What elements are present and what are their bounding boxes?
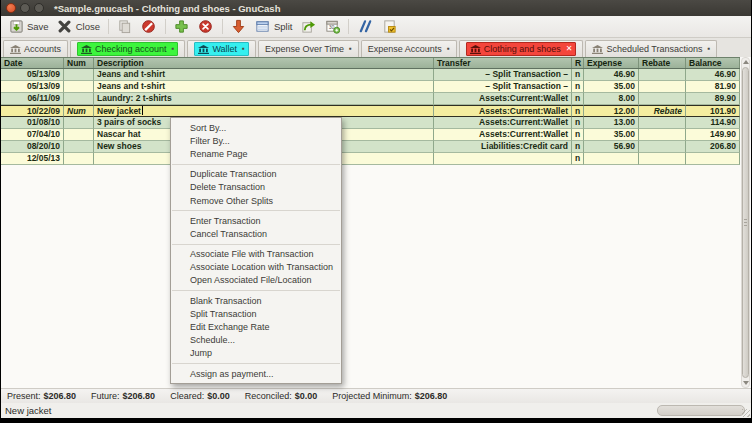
save-button[interactable]: Save bbox=[4, 18, 53, 36]
cell-date[interactable]: 06/11/09 bbox=[1, 93, 64, 105]
table-row[interactable]: 07/04/10 Nascar hat Assets:Current:Walle… bbox=[1, 129, 751, 141]
cell-date[interactable]: 01/08/10 bbox=[1, 117, 64, 129]
cell-date[interactable]: 05/13/09 bbox=[1, 81, 64, 93]
tab-scheduled-transactions[interactable]: Scheduled Transactions ▪ bbox=[585, 40, 717, 57]
cell-description[interactable]: Laundry: 2 t-shirts bbox=[94, 93, 434, 105]
cell-expense[interactable]: 12.00 bbox=[584, 105, 639, 117]
tab-wallet[interactable]: Wallet ▪ bbox=[187, 40, 256, 57]
table-row[interactable]: 08/20/10 New shoes Liabilities:Credit ca… bbox=[1, 141, 751, 153]
cell-rebate[interactable]: Rebate bbox=[639, 105, 686, 117]
tab-close-icon[interactable]: ▪ bbox=[349, 45, 352, 53]
cell-num[interactable] bbox=[64, 93, 94, 105]
cell-num[interactable] bbox=[64, 141, 94, 153]
cell-expense[interactable]: 35.00 bbox=[584, 129, 639, 141]
close-button[interactable]: Close bbox=[53, 18, 104, 36]
reconcile-button[interactable] bbox=[377, 18, 401, 36]
cell-rebate[interactable] bbox=[639, 141, 686, 153]
menu-item-cancel-transaction[interactable]: Cancel Transaction bbox=[171, 227, 341, 240]
column-header-transfer[interactable]: Transfer bbox=[434, 58, 572, 68]
tab-expense-accounts[interactable]: Expense Accounts ▪ bbox=[361, 40, 457, 57]
tab-checking-account[interactable]: Checking account ▪ bbox=[70, 40, 185, 57]
jump-button[interactable] bbox=[296, 18, 320, 36]
cell-reconciled[interactable]: n bbox=[572, 153, 584, 165]
cell-reconciled[interactable]: n bbox=[572, 129, 584, 141]
column-header-num[interactable]: Num bbox=[64, 58, 94, 68]
cell-rebate[interactable] bbox=[639, 69, 686, 81]
cell-rebate[interactable] bbox=[639, 93, 686, 105]
cell-transfer[interactable]: – Split Transaction – bbox=[434, 81, 572, 93]
cell-expense[interactable]: 46.90 bbox=[584, 69, 639, 81]
cell-expense[interactable]: 8.00 bbox=[584, 93, 639, 105]
cell-expense[interactable]: 13.00 bbox=[584, 117, 639, 129]
delete-transaction-button[interactable] bbox=[194, 18, 218, 36]
cell-reconciled[interactable]: n bbox=[572, 81, 584, 93]
cell-date[interactable]: 08/20/10 bbox=[1, 141, 64, 153]
cell-num[interactable] bbox=[64, 117, 94, 129]
cell-balance[interactable]: 89.90 bbox=[686, 93, 740, 105]
cell-rebate[interactable] bbox=[639, 153, 686, 165]
menu-item-sort-by[interactable]: Sort By... bbox=[171, 121, 341, 134]
cell-date[interactable]: 07/04/10 bbox=[1, 129, 64, 141]
menu-item-associate-location[interactable]: Associate Location with Transaction bbox=[171, 261, 341, 274]
column-header-r[interactable]: R bbox=[572, 58, 584, 68]
menu-item-associate-file[interactable]: Associate File with Transaction bbox=[171, 248, 341, 261]
enter-transaction-button[interactable] bbox=[170, 18, 194, 36]
table-row[interactable]: 05/13/09 Jeans and t-shirt – Split Trans… bbox=[1, 81, 751, 93]
menu-item-jump[interactable]: Jump bbox=[171, 347, 341, 360]
table-row-selected[interactable]: 10/22/09 Num New jacket Assets:Current:W… bbox=[1, 105, 751, 117]
column-header-description[interactable]: Description bbox=[94, 58, 434, 68]
column-header-rebate[interactable]: Rebate bbox=[639, 58, 686, 68]
schedule-button[interactable]: 30 bbox=[320, 18, 344, 36]
table-row[interactable]: 06/11/09 Laundry: 2 t-shirts Assets:Curr… bbox=[1, 93, 751, 105]
cell-balance[interactable] bbox=[686, 153, 740, 165]
cell-balance[interactable]: 81.90 bbox=[686, 81, 740, 93]
cell-expense[interactable] bbox=[584, 153, 639, 165]
cell-rebate[interactable] bbox=[639, 117, 686, 129]
cell-date[interactable]: 05/13/09 bbox=[1, 69, 64, 81]
transfer-button[interactable] bbox=[353, 18, 377, 36]
cell-reconciled[interactable]: n bbox=[572, 117, 584, 129]
tab-clothing-and-shoes[interactable]: Clothing and shoes ✕ bbox=[459, 40, 584, 57]
cell-transfer[interactable]: Assets:Current:Wallet bbox=[434, 93, 572, 105]
cell-date[interactable]: 12/05/13 bbox=[1, 153, 64, 165]
menu-item-remove-other-splits[interactable]: Remove Other Splits bbox=[171, 194, 341, 207]
cell-num[interactable] bbox=[64, 129, 94, 141]
scrollbar-down-arrow[interactable] bbox=[742, 379, 749, 387]
menu-item-assign-as-payment[interactable]: Assign as payment... bbox=[171, 367, 341, 380]
menu-item-rename-page[interactable]: Rename Page bbox=[171, 147, 341, 160]
tab-expense-over-time[interactable]: Expense Over Time ▪ bbox=[258, 40, 359, 57]
table-row[interactable]: 05/13/09 Jeans and t-shirt – Split Trans… bbox=[1, 69, 751, 81]
column-header-balance[interactable]: Balance bbox=[686, 58, 740, 68]
column-header-date[interactable]: Date bbox=[1, 58, 64, 68]
column-header-expense[interactable]: Expense bbox=[584, 58, 639, 68]
remove-splits-button[interactable] bbox=[137, 18, 161, 36]
table-row[interactable]: 01/08/10 3 pairs of socks Assets:Current… bbox=[1, 117, 751, 129]
cell-balance[interactable]: 206.80 bbox=[686, 141, 740, 153]
cell-balance[interactable]: 149.90 bbox=[686, 129, 740, 141]
split-button[interactable]: Split bbox=[251, 18, 296, 36]
cell-expense[interactable]: 56.90 bbox=[584, 141, 639, 153]
cell-balance[interactable]: 114.90 bbox=[686, 117, 740, 129]
menu-item-filter-by[interactable]: Filter By... bbox=[171, 134, 341, 147]
tab-close-icon[interactable]: ▪ bbox=[172, 45, 175, 53]
cell-transfer[interactable]: Assets:Current:Wallet bbox=[434, 117, 572, 129]
vertical-scrollbar[interactable] bbox=[740, 57, 751, 388]
cell-balance[interactable]: 46.90 bbox=[686, 69, 740, 81]
cell-date[interactable]: 10/22/09 bbox=[1, 105, 64, 117]
cell-transfer[interactable]: Liabilities:Credit card bbox=[434, 141, 572, 153]
menu-item-open-associated[interactable]: Open Associated File/Location bbox=[171, 274, 341, 287]
menu-item-enter-transaction[interactable]: Enter Transaction bbox=[171, 214, 341, 227]
window-minimize-button[interactable] bbox=[20, 3, 30, 13]
cell-reconciled[interactable]: n bbox=[572, 93, 584, 105]
cell-balance[interactable]: 101.90 bbox=[686, 105, 740, 117]
cell-transfer[interactable]: – Split Transaction – bbox=[434, 69, 572, 81]
cell-rebate[interactable] bbox=[639, 81, 686, 93]
cell-transfer[interactable]: Assets:Current:Wallet bbox=[434, 105, 572, 117]
cell-reconciled[interactable]: n bbox=[572, 105, 584, 117]
tab-close-icon[interactable]: ▪ bbox=[242, 45, 245, 53]
menu-item-duplicate-transaction[interactable]: Duplicate Transaction bbox=[171, 168, 341, 181]
cell-description-editing[interactable]: New jacket bbox=[94, 105, 434, 117]
tab-close-icon[interactable]: ✕ bbox=[566, 45, 573, 53]
cell-reconciled[interactable]: n bbox=[572, 69, 584, 81]
scrollbar-up-arrow[interactable] bbox=[742, 58, 749, 66]
